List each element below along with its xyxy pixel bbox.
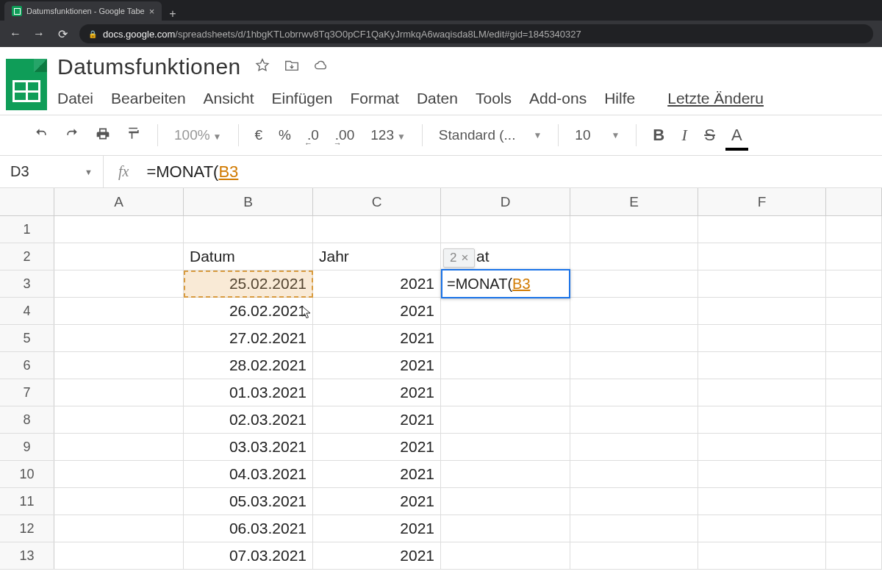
- cell[interactable]: [826, 406, 882, 433]
- row-header[interactable]: 5: [0, 325, 54, 351]
- cell[interactable]: [54, 488, 184, 514]
- active-cell-editor[interactable]: =MONAT(B3: [441, 269, 570, 298]
- cell[interactable]: [826, 243, 882, 270]
- cell[interactable]: [441, 434, 570, 460]
- row-header[interactable]: 13: [0, 542, 54, 569]
- cell[interactable]: 2021: [313, 379, 441, 406]
- cell[interactable]: [570, 515, 698, 542]
- cell[interactable]: [826, 270, 882, 297]
- forward-icon[interactable]: →: [32, 27, 46, 40]
- col-header-A[interactable]: A: [54, 188, 184, 215]
- cell[interactable]: Datum: [184, 243, 313, 270]
- cell[interactable]: [570, 461, 698, 487]
- name-box[interactable]: D3 ▼: [0, 163, 103, 180]
- cell[interactable]: 03.03.2021: [184, 434, 313, 460]
- menu-ansicht[interactable]: Ansicht: [204, 90, 254, 107]
- menu-addons[interactable]: Add-ons: [529, 90, 587, 107]
- cell[interactable]: [570, 298, 698, 324]
- cell[interactable]: [54, 461, 184, 487]
- cell[interactable]: [184, 216, 313, 243]
- cell[interactable]: [826, 325, 882, 351]
- cell[interactable]: [698, 434, 826, 460]
- row-header[interactable]: 7: [0, 379, 54, 406]
- row-header[interactable]: 3: [0, 270, 54, 297]
- cell[interactable]: [698, 379, 826, 406]
- cell[interactable]: [570, 406, 698, 433]
- cell[interactable]: [441, 298, 570, 324]
- document-title[interactable]: Datumsfunktionen: [57, 54, 241, 79]
- select-all-corner[interactable]: [0, 188, 54, 215]
- menu-tools[interactable]: Tools: [476, 90, 512, 107]
- cell[interactable]: 27.02.2021: [184, 325, 313, 351]
- cell[interactable]: [826, 434, 882, 460]
- col-header-C[interactable]: C: [313, 188, 441, 215]
- cell[interactable]: [570, 243, 698, 270]
- cell[interactable]: 2021: [313, 298, 441, 324]
- row-header[interactable]: 9: [0, 434, 54, 460]
- cell[interactable]: 28.02.2021: [184, 352, 313, 379]
- italic-button[interactable]: I: [676, 123, 692, 148]
- cell[interactable]: [698, 352, 826, 379]
- cell[interactable]: [54, 270, 184, 297]
- cell[interactable]: 2021: [313, 325, 441, 351]
- sheets-logo-icon[interactable]: [6, 59, 47, 110]
- cell[interactable]: [54, 406, 184, 433]
- menu-datei[interactable]: Datei: [57, 90, 93, 107]
- cell[interactable]: [570, 488, 698, 514]
- address-bar[interactable]: 🔒 docs.google.com/spreadsheets/d/1hbgKTL…: [79, 24, 873, 43]
- cell[interactable]: [54, 379, 184, 406]
- cell[interactable]: [698, 270, 826, 297]
- cell[interactable]: 2021: [313, 488, 441, 514]
- last-edit-link[interactable]: Letzte Änderu: [667, 90, 764, 107]
- cell[interactable]: [54, 515, 184, 542]
- cell[interactable]: 2021: [313, 406, 441, 433]
- zoom-dropdown[interactable]: 100%▼: [170, 124, 226, 146]
- move-to-folder-icon[interactable]: [284, 57, 300, 77]
- star-icon[interactable]: [254, 57, 270, 77]
- cell[interactable]: [826, 216, 882, 243]
- menu-daten[interactable]: Daten: [417, 90, 458, 107]
- name-box-caret-icon[interactable]: ▼: [85, 168, 93, 176]
- font-family-dropdown[interactable]: Standard (...▼: [434, 124, 546, 146]
- increase-decimal-button[interactable]: .00→: [331, 124, 359, 146]
- cell[interactable]: [826, 379, 882, 406]
- cell[interactable]: [698, 325, 826, 351]
- close-tab-icon[interactable]: ×: [149, 6, 155, 17]
- cell[interactable]: [826, 542, 882, 569]
- cell[interactable]: [698, 542, 826, 569]
- formula-bar[interactable]: =MONAT(B3: [146, 162, 238, 182]
- preview-close-icon[interactable]: ×: [461, 251, 468, 265]
- row-header[interactable]: 10: [0, 461, 54, 487]
- cell[interactable]: [698, 515, 826, 542]
- row-header[interactable]: 4: [0, 298, 54, 324]
- row-header[interactable]: 1: [0, 216, 54, 243]
- cell[interactable]: [826, 352, 882, 379]
- cell[interactable]: [826, 461, 882, 487]
- col-header-D[interactable]: D: [441, 188, 570, 215]
- back-icon[interactable]: ←: [9, 27, 22, 40]
- cell[interactable]: [54, 298, 184, 324]
- col-header-E[interactable]: E: [570, 188, 698, 215]
- cell[interactable]: [441, 406, 570, 433]
- cell[interactable]: [570, 270, 698, 297]
- cell[interactable]: [441, 325, 570, 351]
- cell[interactable]: 2021: [313, 434, 441, 460]
- cell[interactable]: [54, 352, 184, 379]
- cell[interactable]: [826, 515, 882, 542]
- cell[interactable]: [826, 298, 882, 324]
- currency-button[interactable]: €: [251, 124, 268, 146]
- number-format-dropdown[interactable]: 123▼: [366, 124, 410, 146]
- cell[interactable]: [54, 243, 184, 270]
- percent-button[interactable]: %: [274, 124, 295, 146]
- cell[interactable]: [54, 216, 184, 243]
- reload-icon[interactable]: ⟳: [56, 27, 69, 41]
- decrease-decimal-button[interactable]: .0←: [303, 124, 323, 146]
- col-header-F[interactable]: F: [698, 188, 826, 215]
- strikethrough-button[interactable]: S: [700, 123, 720, 148]
- cell[interactable]: Jahr: [313, 243, 441, 270]
- cell[interactable]: [441, 379, 570, 406]
- col-header-overflow[interactable]: [826, 188, 882, 215]
- cell[interactable]: [826, 488, 882, 514]
- cell[interactable]: [54, 325, 184, 351]
- cell[interactable]: 2021: [313, 542, 441, 569]
